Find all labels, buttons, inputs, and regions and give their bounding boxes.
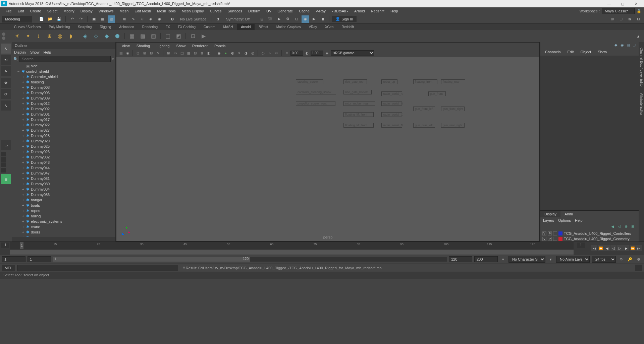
vp-field-chart-icon[interactable]: ⊡ bbox=[192, 50, 198, 56]
standin-icon-2[interactable]: ◇ bbox=[91, 31, 101, 41]
menu-dtoall[interactable]: - 3DtoAll - bbox=[329, 8, 351, 14]
channel-box-content[interactable] bbox=[540, 56, 639, 210]
script-lang-dropdown[interactable]: MEL bbox=[2, 265, 15, 271]
rotate-tool-icon[interactable]: ⟳ bbox=[1, 89, 11, 99]
undo-icon[interactable]: ↶ bbox=[68, 15, 76, 23]
expander-icon[interactable]: + bbox=[21, 230, 25, 234]
render-view-icon[interactable]: ⊡ bbox=[293, 15, 300, 23]
layer-vis-toggle[interactable]: V bbox=[542, 231, 546, 235]
cb-tab-edit[interactable]: Edit bbox=[564, 49, 577, 56]
shelf-tab-animation[interactable]: Animation bbox=[115, 24, 138, 30]
expander-icon[interactable]: + bbox=[21, 139, 25, 143]
layer-color-swatch[interactable] bbox=[558, 237, 562, 241]
vp-exposure-value[interactable] bbox=[290, 51, 303, 56]
expander-icon[interactable]: + bbox=[21, 203, 25, 207]
control-curve[interactable]: gun_front_right bbox=[441, 107, 465, 111]
tree-item[interactable]: +✱Dummy026 bbox=[12, 149, 115, 154]
snap-plane-icon[interactable]: ◈ bbox=[147, 15, 154, 23]
tree-item[interactable]: +✱hangar bbox=[12, 197, 115, 203]
layer-play-toggle[interactable]: P bbox=[548, 237, 552, 241]
cb-icon-4[interactable]: ⊡ bbox=[633, 43, 637, 48]
aov-icon-2[interactable]: ▩ bbox=[138, 31, 148, 41]
expander-icon[interactable]: + bbox=[21, 219, 25, 223]
tree-item[interactable]: +✱electronic_systems bbox=[12, 219, 115, 224]
control-curve[interactable]: radar_aerial_C bbox=[381, 112, 402, 117]
tree-item[interactable]: +✱Dummy022 bbox=[12, 122, 115, 128]
cb-icon-3[interactable]: ▤ bbox=[627, 43, 631, 48]
shelf-tab-fxcaching[interactable]: FX Caching bbox=[174, 24, 200, 30]
vp-menu-show[interactable]: Show bbox=[173, 43, 189, 49]
shelf-tab-xgen[interactable]: XGen bbox=[321, 24, 338, 30]
search-dropdown-icon[interactable]: ▾ bbox=[112, 57, 114, 61]
play-fwd-icon[interactable]: ▷ bbox=[617, 245, 623, 251]
tx-icon-2[interactable]: ◩ bbox=[173, 31, 183, 41]
tree-item[interactable]: +✱Dummy008 bbox=[12, 85, 115, 90]
menu-mesh[interactable]: Mesh bbox=[116, 8, 131, 14]
menu-surfaces[interactable]: Surfaces bbox=[225, 8, 245, 14]
new-scene-icon[interactable]: 📄 bbox=[38, 15, 45, 23]
vp-view-transform-icon[interactable]: ◈ bbox=[324, 50, 330, 56]
vp-gamma-value[interactable] bbox=[311, 51, 323, 56]
layout-icon-1[interactable]: ⊞ bbox=[608, 15, 616, 23]
save-scene-icon[interactable]: 💾 bbox=[55, 15, 63, 23]
snap-curve-icon[interactable]: ∿ bbox=[129, 15, 137, 23]
expander-icon[interactable]: + bbox=[21, 75, 25, 79]
render-icon-1[interactable]: ⊡ bbox=[188, 31, 198, 41]
menu-vray[interactable]: V-Ray bbox=[313, 8, 329, 14]
tree-item[interactable]: +✱crane bbox=[12, 224, 115, 229]
vp-safe-action-icon[interactable]: ⊠ bbox=[199, 50, 205, 56]
shelf-tab-vray[interactable]: VRay bbox=[305, 24, 321, 30]
shelf-tab-mash[interactable]: MASH bbox=[219, 24, 237, 30]
script-editor-icon[interactable] bbox=[635, 265, 642, 271]
menu-create[interactable]: Create bbox=[27, 8, 44, 14]
shelf-tab-bifrost[interactable]: Bifrost bbox=[255, 24, 272, 30]
character-set-dropdown[interactable]: No Character Set bbox=[508, 256, 545, 263]
expander-icon[interactable]: + bbox=[21, 128, 25, 132]
expander-icon[interactable]: + bbox=[21, 193, 25, 197]
range-start-inner[interactable] bbox=[28, 256, 51, 262]
open-scene-icon[interactable]: 📂 bbox=[47, 15, 54, 23]
vp-xray-joints-icon[interactable]: ○ bbox=[267, 50, 273, 56]
range-opt-icon[interactable]: ▾ bbox=[500, 256, 506, 263]
tree-item[interactable]: +✱Dummy012 bbox=[12, 101, 115, 106]
render-icon-2[interactable]: ▶ bbox=[199, 31, 209, 41]
expander-icon[interactable]: + bbox=[21, 112, 25, 116]
snap-point-icon[interactable]: ⊙ bbox=[138, 15, 146, 23]
light-icon-2[interactable]: ✦ bbox=[23, 31, 33, 41]
expander-icon[interactable]: + bbox=[21, 187, 25, 191]
range-start-outer[interactable] bbox=[2, 256, 25, 262]
expander-icon[interactable]: + bbox=[21, 144, 25, 148]
lock-icon[interactable]: 🔒 bbox=[637, 9, 641, 13]
vtab-channelboxlayereditor[interactable]: Channel Box / Layer Editor bbox=[639, 45, 644, 90]
expander-icon[interactable]: + bbox=[21, 101, 25, 106]
control-curve[interactable]: floating_rear bbox=[441, 79, 465, 84]
tree-item[interactable]: +✱Dummy047 bbox=[12, 170, 115, 176]
anim-layer-dropdown[interactable]: No Anim Layer bbox=[556, 256, 590, 263]
vp-image-plane-icon[interactable]: ⊞ bbox=[142, 50, 148, 56]
shelf-tab-arnold[interactable]: Arnold bbox=[237, 24, 255, 30]
ipr-icon[interactable]: ▶ bbox=[275, 15, 283, 23]
layer-menu-help[interactable]: Help bbox=[575, 218, 583, 222]
light-icon-4[interactable]: ⊕ bbox=[44, 31, 54, 41]
tree-item[interactable]: +✱Dummy017 bbox=[12, 117, 115, 122]
expander-icon[interactable]: + bbox=[21, 182, 25, 186]
standin-icon-1[interactable]: ◈ bbox=[80, 31, 90, 41]
minimize-button[interactable]: — bbox=[602, 0, 616, 7]
shelf-toggle[interactable] bbox=[2, 32, 11, 40]
layout-icon-3[interactable]: ⊠ bbox=[626, 15, 633, 23]
cb-tab-channels[interactable]: Channels bbox=[542, 49, 564, 56]
expander-icon[interactable]: + bbox=[21, 118, 25, 122]
sign-in-button[interactable]: 👤 Sign In bbox=[332, 16, 356, 22]
timeline[interactable]: 1 1 152535455565758595105115120 1 ⏮ ⏪ ◀ … bbox=[0, 242, 644, 255]
layer-row[interactable]: VPTCG_Anadolu_L400_Rigged_Geometry bbox=[540, 236, 639, 242]
vp-bookmark-icon[interactable]: ⊡ bbox=[135, 50, 141, 56]
vp-wireframe-icon[interactable]: ◉ bbox=[216, 50, 222, 56]
expander-icon[interactable]: + bbox=[21, 214, 25, 218]
layout-icon-4[interactable]: ⊡ bbox=[635, 15, 642, 23]
control-curve[interactable]: rotor_rubber_rear bbox=[343, 101, 375, 106]
vp-gamma-icon[interactable]: ◐ bbox=[304, 50, 310, 56]
layer-color-swatch[interactable] bbox=[558, 231, 562, 235]
tree-item[interactable]: +✱Dummy034 bbox=[12, 187, 115, 192]
tree-item[interactable]: +✱railing bbox=[12, 213, 115, 219]
layer-menu-layers[interactable]: Layers bbox=[543, 218, 554, 222]
